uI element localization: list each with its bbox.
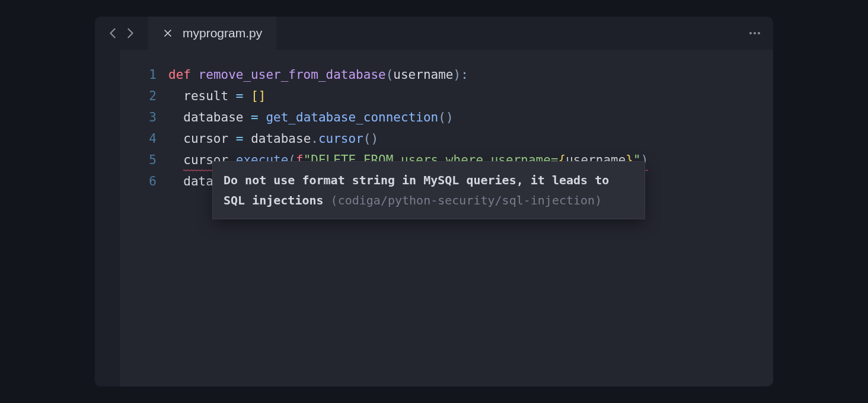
line-gutter: 1 2 3 4 5 6 [120,50,168,386]
line-number: 2 [120,85,157,107]
line-number: 1 [120,64,157,85]
code-line: def remove_user_from_database(username): [168,64,761,85]
titlebar: myprogram.py [95,17,773,50]
left-strip [95,50,120,386]
code-line: result = [] [168,85,761,107]
nav-forward-button[interactable] [126,28,135,38]
tab-title: myprogram.py [183,26,262,40]
line-number: 4 [120,128,157,149]
line-number: 6 [120,171,157,192]
more-menu-button[interactable] [749,32,760,34]
code-area[interactable]: def remove_user_from_database(username):… [168,50,773,386]
editor-body: 1 2 3 4 5 6 def remove_user_from_databas… [95,50,773,386]
nav-arrows [95,17,148,50]
diagnostic-tooltip: Do not use format string in MySQL querie… [212,161,645,219]
close-tab-button[interactable] [162,28,173,39]
editor-window: myprogram.py 1 2 3 4 5 6 def remove_user… [95,17,773,386]
tooltip-rule: (codiga/python-security/sql-injection) [324,193,602,207]
file-tab[interactable]: myprogram.py [148,17,276,50]
nav-back-button[interactable] [108,28,117,38]
line-number: 5 [120,149,157,171]
code-line: cursor = database.cursor() [168,128,761,149]
line-number: 3 [120,107,157,128]
code-line: database = get_database_connection() [168,107,761,128]
